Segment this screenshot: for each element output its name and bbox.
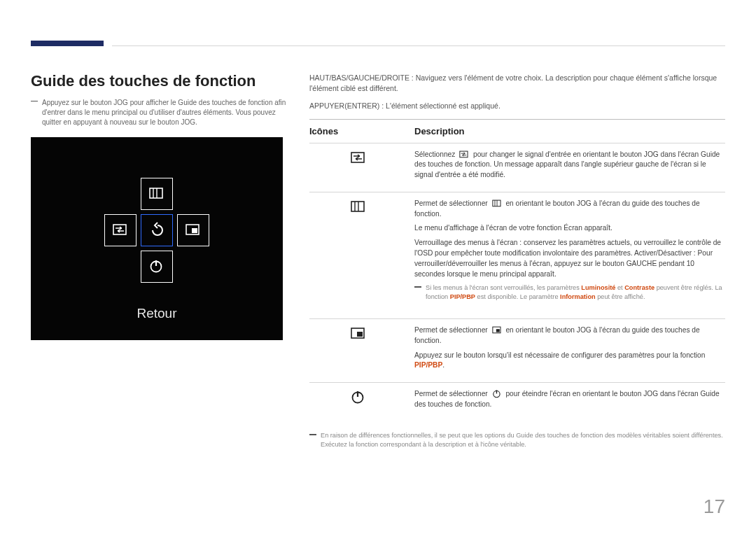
- dpad-right[interactable]: [177, 214, 209, 246]
- enter-instruction: APPUYER(ENTRER) : L'élément sélectionné …: [309, 101, 725, 111]
- source-icon: [458, 149, 470, 159]
- menu-icon: [349, 198, 374, 223]
- jog-note-text: Appuyez sur le bouton JOG pour afficher …: [42, 98, 291, 127]
- table-row: Permet de sélectionner en orientant le b…: [309, 192, 725, 318]
- table-row: Sélectionnez pour changer le signal d'en…: [309, 143, 725, 192]
- dpad-down[interactable]: [141, 251, 173, 283]
- col-header-icons: Icônes: [309, 119, 414, 143]
- nav-instruction: HAUT/BAS/GAUCHE/DROITE : Naviguez vers l…: [309, 73, 725, 94]
- jog-note: Appuyez sur le bouton JOG pour afficher …: [31, 98, 291, 127]
- col-header-desc: Description: [414, 119, 725, 143]
- osd-label: Retour: [31, 304, 283, 323]
- source-icon: [349, 149, 374, 174]
- table-row: Permet de sélectionner en orientant le b…: [309, 319, 725, 383]
- icon-description-table: Icônes Description Sélectionnez pour cha…: [309, 119, 725, 424]
- dpad-left[interactable]: [104, 214, 136, 246]
- row1-pre: Sélectionnez: [414, 150, 455, 158]
- dpad-center[interactable]: [141, 214, 173, 246]
- menu-icon: [491, 198, 503, 208]
- row4-pre: Permet de sélectionner: [414, 390, 488, 398]
- footer-note-text: En raison de différences fonctionnelles,…: [321, 431, 725, 449]
- row2-p3: Verrouillage des menus à l'écran : conse…: [414, 238, 725, 279]
- pip-icon: [349, 325, 374, 350]
- pip-icon: [491, 325, 503, 335]
- row3-pre: Permet de sélectionner: [414, 326, 488, 334]
- power-icon: [491, 388, 503, 398]
- osd-preview: Retour: [31, 137, 283, 340]
- row2-pre: Permet de sélectionner: [414, 199, 488, 207]
- page-number: 17: [704, 493, 725, 521]
- table-row: Permet de sélectionner pour éteindre l'é…: [309, 383, 725, 424]
- dpad-up[interactable]: [141, 178, 173, 210]
- row2-p2: Le menu d'affichage à l'écran de votre f…: [414, 223, 725, 234]
- accent-bar: [31, 41, 104, 46]
- page-title: Guide des touches de fonction: [31, 70, 291, 92]
- osd-dpad: [104, 178, 209, 283]
- power-icon: [349, 388, 374, 414]
- row2-lock-note: Si les menus à l'écran sont verrouillés,…: [414, 283, 725, 302]
- top-divider: [112, 45, 725, 46]
- footer-note: En raison de différences fonctionnelles,…: [309, 431, 725, 449]
